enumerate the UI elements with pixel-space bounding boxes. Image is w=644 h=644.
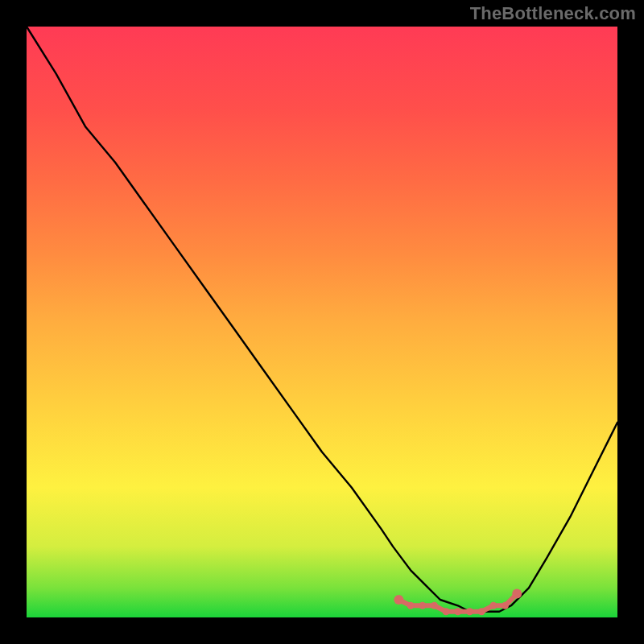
curve-svg bbox=[27, 27, 617, 617]
highlight-marker bbox=[407, 602, 415, 609]
highlight-marker bbox=[431, 602, 438, 609]
highlight-marker bbox=[489, 602, 497, 609]
highlight-marker bbox=[394, 595, 403, 605]
watermark-text: TheBottleneck.com bbox=[470, 3, 636, 24]
plot-area bbox=[27, 27, 617, 617]
highlight-marker bbox=[502, 602, 509, 609]
highlight-marker bbox=[443, 608, 450, 615]
highlight-marker bbox=[466, 608, 473, 615]
chart-frame: TheBottleneck.com bbox=[0, 0, 644, 644]
highlight-marker bbox=[454, 608, 461, 615]
bottleneck-highlight-markers bbox=[394, 589, 522, 616]
bottleneck-curve bbox=[27, 27, 617, 612]
highlight-marker bbox=[419, 602, 426, 609]
highlight-marker bbox=[512, 589, 522, 599]
highlight-marker bbox=[478, 608, 485, 615]
